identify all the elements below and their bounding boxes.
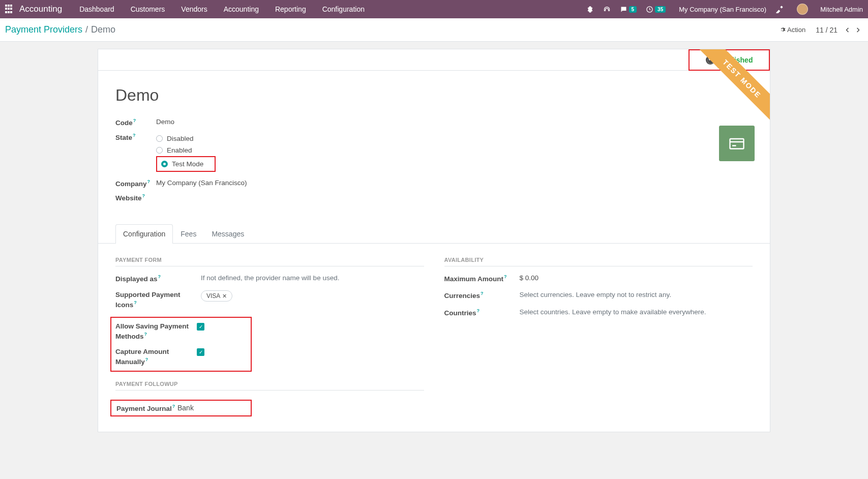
label-code: Code xyxy=(115,119,133,127)
page-title: Demo xyxy=(115,86,753,105)
breadcrumb-sep: / xyxy=(85,24,88,35)
provider-logo xyxy=(719,126,755,161)
tab-configuration[interactable]: Configuration xyxy=(115,224,173,244)
value-countries[interactable]: Select countries. Leave empty to make av… xyxy=(520,308,753,317)
tag-visa[interactable]: VISA ✕ xyxy=(201,290,232,302)
pager[interactable]: 11 / 21 xyxy=(816,26,837,34)
apps-icon[interactable] xyxy=(5,5,14,14)
breadcrumb-parent[interactable]: Payment Providers xyxy=(5,24,82,35)
action-menu[interactable]: Action xyxy=(779,26,805,34)
form-sheet: Published TEST MODE Demo Code? Demo Stat… xyxy=(98,49,770,432)
avatar[interactable] xyxy=(797,4,808,15)
highlight-box-journal: Payment Journal? Bank xyxy=(110,400,252,416)
messages-badge: 5 xyxy=(629,6,637,13)
value-payment-journal[interactable]: Bank xyxy=(177,404,194,412)
menu-accounting[interactable]: Accounting xyxy=(217,0,266,18)
pager-next[interactable] xyxy=(853,27,863,33)
value-currencies[interactable]: Select currencies. Leave empty not to re… xyxy=(520,290,753,300)
label-countries: Countries xyxy=(444,309,476,316)
app-brand[interactable]: Accounting xyxy=(19,4,62,14)
label-state: State xyxy=(115,133,132,141)
value-code: Demo xyxy=(156,117,753,126)
label-capture-manual: Capture Amount Manually xyxy=(115,348,169,366)
menu-dashboard[interactable]: Dashboard xyxy=(72,0,122,18)
tabs: Configuration Fees Messages xyxy=(98,224,770,244)
label-payment-journal: Payment Journal xyxy=(116,405,172,412)
value-website[interactable] xyxy=(156,192,753,193)
checkbox-capture-manual[interactable]: ✓ xyxy=(197,348,204,356)
label-max-amount: Maximum Amount xyxy=(444,275,504,282)
tag-remove-icon[interactable]: ✕ xyxy=(222,292,227,300)
menu-reporting[interactable]: Reporting xyxy=(268,0,313,18)
tab-messages[interactable]: Messages xyxy=(204,224,252,243)
topbar: Accounting Dashboard Customers Vendors A… xyxy=(0,0,868,18)
value-displayed-as[interactable]: If not defined, the provider name will b… xyxy=(201,274,424,283)
company-selector[interactable]: My Company (San Francisco) xyxy=(679,6,766,13)
label-displayed-as: Displayed as xyxy=(115,275,158,282)
svg-rect-1 xyxy=(730,139,744,149)
breadcrumb-current: Demo xyxy=(91,24,115,35)
debug-icon[interactable] xyxy=(586,6,594,13)
activities-icon[interactable]: 35 xyxy=(646,6,666,13)
state-enabled[interactable]: Enabled xyxy=(156,144,753,156)
state-test-mode[interactable]: Test Mode xyxy=(156,156,216,172)
value-company[interactable]: My Company (San Francisco) xyxy=(156,178,753,187)
label-company: Company xyxy=(115,179,147,187)
breadcrumb-bar: Payment Providers / Demo Action 11 / 21 xyxy=(0,18,868,42)
menu-customers[interactable]: Customers xyxy=(124,0,172,18)
menu-configuration[interactable]: Configuration xyxy=(315,0,372,18)
support-icon[interactable] xyxy=(603,6,611,13)
state-disabled[interactable]: Disabled xyxy=(156,133,753,144)
label-payment-icons: Supported Payment Icons xyxy=(115,291,181,309)
section-payment-followup: Payment Followup xyxy=(115,381,424,391)
menu-vendors[interactable]: Vendors xyxy=(174,0,214,18)
tab-fees[interactable]: Fees xyxy=(173,224,204,243)
tools-icon[interactable] xyxy=(775,5,784,13)
pager-prev[interactable] xyxy=(843,27,853,33)
activities-badge: 35 xyxy=(655,6,666,13)
messages-icon[interactable]: 5 xyxy=(620,6,637,13)
value-max-amount[interactable]: $ 0.00 xyxy=(520,274,753,283)
section-availability: Availability xyxy=(444,257,753,266)
label-allow-save: Allow Saving Payment Methods xyxy=(115,322,189,340)
checkbox-allow-save[interactable]: ✓ xyxy=(197,323,204,331)
status-icons: 5 35 My Company (San Francisco) Mitchell… xyxy=(586,4,863,15)
label-website: Website xyxy=(115,194,142,202)
user-name[interactable]: Mitchell Admin xyxy=(820,6,863,13)
section-payment-form: Payment Form xyxy=(115,257,424,266)
label-currencies: Currencies xyxy=(444,292,481,300)
highlight-box-options: Allow Saving Payment Methods? ✓ Capture … xyxy=(110,317,252,372)
